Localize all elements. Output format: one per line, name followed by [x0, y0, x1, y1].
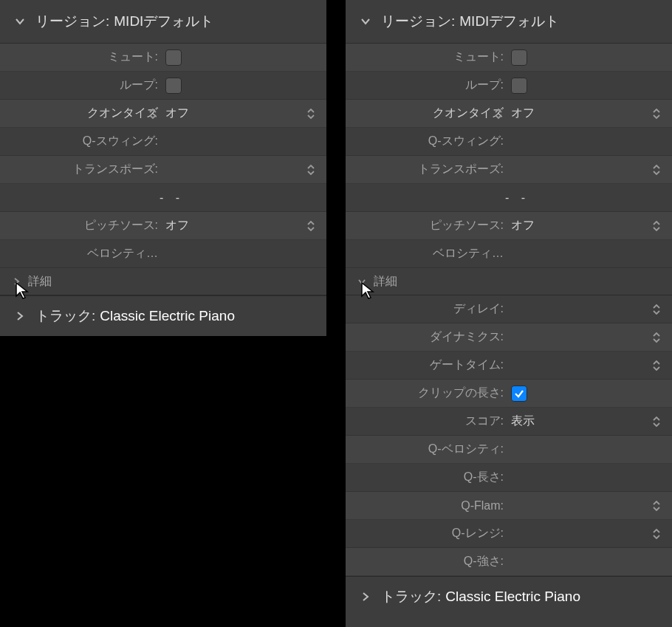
- loop-row: ループ:: [0, 72, 326, 100]
- velocity-row[interactable]: ベロシティ…: [346, 240, 672, 268]
- detail-header[interactable]: 詳細: [346, 268, 672, 295]
- transpose-label: トランスポーズ:: [346, 162, 505, 177]
- dash-row[interactable]: - -: [346, 184, 672, 212]
- mute-checkbox[interactable]: [165, 49, 182, 66]
- qlength-row[interactable]: Q-長さ:: [346, 464, 672, 492]
- mute-label: ミュート:: [346, 49, 505, 65]
- region-value: MIDIデフォルト: [459, 12, 559, 31]
- cliplength-row: クリップの長さ:: [346, 380, 672, 408]
- qlength-label: Q-長さ:: [346, 470, 505, 485]
- track-prefix: トラック:: [381, 587, 441, 606]
- pitchsource-value: オフ: [160, 218, 326, 233]
- gatetime-row[interactable]: ゲートタイム:: [346, 352, 672, 380]
- qswing-row[interactable]: Q-スウィング:: [346, 128, 672, 156]
- cliplength-checkbox[interactable]: [511, 386, 527, 402]
- pitchsource-row[interactable]: ピッチソース: オフ: [0, 212, 326, 240]
- container: リージョン: MIDIデフォルト ミュート: ループ: クオンタイズ: [0, 0, 672, 627]
- loop-value: [505, 78, 672, 94]
- region-prefix: リージョン:: [381, 12, 455, 31]
- quantize-value: オフ: [505, 106, 672, 121]
- score-row[interactable]: スコア: 表示: [346, 408, 672, 436]
- qrange-row[interactable]: Q-レンジ:: [346, 520, 672, 548]
- loop-row: ループ:: [346, 72, 672, 100]
- track-header[interactable]: トラック: Classic Electric Piano: [346, 576, 672, 617]
- loop-checkbox[interactable]: [511, 78, 527, 94]
- mute-row: ミュート:: [346, 44, 672, 72]
- loop-label: ループ:: [0, 78, 160, 93]
- region-prefix: リージョン:: [35, 12, 109, 31]
- dash-row[interactable]: - -: [0, 184, 326, 212]
- mute-checkbox[interactable]: [511, 49, 527, 66]
- transpose-row[interactable]: トランスポーズ:: [346, 156, 672, 184]
- updown-icon[interactable]: [653, 414, 663, 429]
- chevron-right-icon: [357, 589, 374, 605]
- mute-row: ミュート:: [0, 44, 326, 72]
- delay-label: ディレイ:: [346, 301, 505, 317]
- updown-icon[interactable]: [307, 106, 318, 121]
- left-panel: リージョン: MIDIデフォルト ミュート: ループ: クオンタイズ: [0, 0, 326, 336]
- pitchsource-label: ピッチソース:: [0, 218, 160, 233]
- detail-label: 詳細: [28, 274, 52, 289]
- loop-checkbox[interactable]: [165, 78, 182, 94]
- quantize-row[interactable]: クオンタイズ オフ: [0, 100, 326, 128]
- qflam-row[interactable]: Q-Flam:: [346, 492, 672, 520]
- pitchsource-value: オフ: [505, 218, 672, 233]
- updown-icon[interactable]: [307, 219, 318, 233]
- qflam-label: Q-Flam:: [346, 499, 505, 513]
- pitchsource-label: ピッチソース:: [346, 218, 505, 233]
- updown-icon[interactable]: [653, 358, 663, 373]
- updown-icon[interactable]: [653, 302, 663, 317]
- updown-icon[interactable]: [307, 162, 318, 177]
- track-name: Classic Electric Piano: [445, 589, 580, 605]
- updown-icon[interactable]: [653, 330, 663, 345]
- qvelocity-row[interactable]: Q-ベロシティ:: [346, 436, 672, 464]
- updown-icon[interactable]: [653, 498, 663, 513]
- dynamics-row[interactable]: ダイナミクス:: [346, 323, 672, 352]
- quantize-row[interactable]: クオンタイズ オフ: [346, 100, 672, 128]
- region-header[interactable]: リージョン: MIDIデフォルト: [346, 0, 672, 44]
- chevron-down-icon: [354, 274, 369, 289]
- velocity-row[interactable]: ベロシティ…: [0, 240, 326, 268]
- dynamics-label: ダイナミクス:: [346, 329, 505, 345]
- pitchsource-row[interactable]: ピッチソース: オフ: [346, 212, 672, 240]
- quantize-value: オフ: [160, 106, 326, 121]
- transpose-row[interactable]: トランスポーズ:: [0, 156, 326, 184]
- quantize-label: クオンタイズ: [0, 106, 160, 121]
- detail-header[interactable]: 詳細: [0, 268, 326, 295]
- chevron-down-icon: [357, 13, 374, 30]
- chevron-right-icon: [9, 274, 24, 289]
- qrange-label: Q-レンジ:: [346, 526, 505, 541]
- score-value: 表示: [505, 414, 672, 429]
- updown-icon[interactable]: [653, 219, 663, 233]
- region-title: リージョン: MIDIデフォルト: [35, 12, 213, 31]
- delay-row[interactable]: ディレイ:: [346, 295, 672, 323]
- qvelocity-label: Q-ベロシティ:: [346, 442, 505, 457]
- left-panel-wrap: リージョン: MIDIデフォルト ミュート: ループ: クオンタイズ: [0, 0, 326, 627]
- right-panel: リージョン: MIDIデフォルト ミュート: ループ: クオンタイズ オフ: [346, 0, 672, 627]
- track-name: Classic Electric Piano: [100, 308, 235, 324]
- loop-label: ループ:: [346, 78, 505, 93]
- qstrength-label: Q-強さ:: [346, 554, 505, 569]
- updown-icon: [495, 106, 505, 121]
- cliplength-label: クリップの長さ:: [346, 386, 505, 401]
- qstrength-row[interactable]: Q-強さ:: [346, 548, 672, 576]
- transpose-label: トランスポーズ:: [0, 162, 160, 177]
- dash-value: - -: [505, 191, 672, 205]
- updown-icon[interactable]: [653, 527, 663, 541]
- qswing-row[interactable]: Q-スウィング:: [0, 128, 326, 156]
- mute-label: ミュート:: [0, 49, 160, 65]
- updown-icon[interactable]: [653, 162, 663, 177]
- mute-value: [505, 49, 672, 66]
- velocity-label: ベロシティ…: [346, 246, 505, 261]
- loop-value: [160, 78, 326, 94]
- track-header[interactable]: トラック: Classic Electric Piano: [0, 295, 326, 336]
- mute-value: [160, 49, 326, 66]
- track-prefix: トラック:: [35, 306, 95, 326]
- chevron-down-icon: [12, 13, 28, 30]
- updown-icon[interactable]: [653, 106, 663, 121]
- cliplength-value: [505, 386, 672, 402]
- region-header[interactable]: リージョン: MIDIデフォルト: [0, 0, 326, 44]
- gatetime-label: ゲートタイム:: [346, 357, 505, 373]
- dash-value: - -: [160, 191, 326, 205]
- quantize-label: クオンタイズ: [346, 106, 505, 121]
